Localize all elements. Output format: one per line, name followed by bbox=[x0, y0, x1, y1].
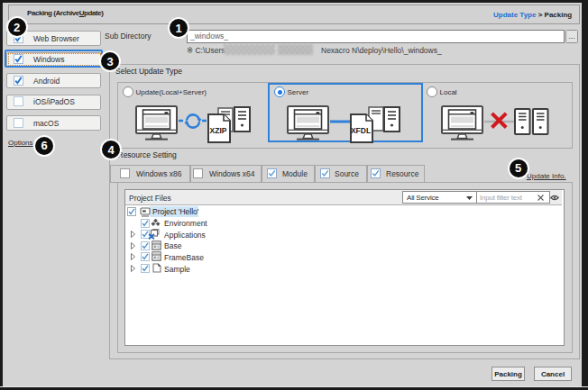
svg-text:XZIP: XZIP bbox=[210, 126, 227, 135]
svg-text:XFDL: XFDL bbox=[351, 126, 371, 135]
